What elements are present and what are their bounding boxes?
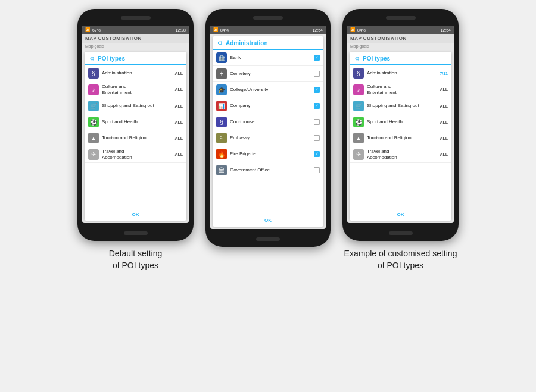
- list-item[interactable]: 🛒 Shopping and Eating out ALL: [85, 98, 186, 114]
- phone3-time: 12:54: [440, 28, 451, 32]
- list-item[interactable]: ✈ Travel andAccomodation ALL: [350, 146, 451, 163]
- phone2-gear-icon: ⚙: [217, 40, 223, 46]
- travel-icon: ✈: [88, 149, 99, 160]
- tourism-icon: ▲: [353, 133, 364, 143]
- courthouse-icon: §: [216, 117, 227, 127]
- fire-icon: 🔥: [216, 149, 227, 159]
- list-item-label: Travel andAccomodation: [367, 149, 438, 160]
- sport-icon: ⚽: [353, 117, 364, 127]
- phone2-list: 🏦 Bank ✓ ✝ Cemetery 🎓 College/University: [213, 50, 323, 214]
- phone3-dialog-list: § Administration 7/11 ♪ Culture andEnter…: [350, 65, 451, 208]
- list-item-label: Tourism and Religion: [367, 135, 438, 141]
- govt-checkbox[interactable]: [314, 167, 320, 173]
- travel-icon: ✈: [353, 149, 364, 160]
- list-item[interactable]: § Administration 7/11: [350, 65, 451, 81]
- list-item-label: Government Office: [230, 167, 312, 173]
- list-item[interactable]: ♪ Culture andEntertainment ALL: [85, 81, 186, 98]
- list-item[interactable]: ✈ Travel andAccomodation ALL: [85, 146, 186, 163]
- list-item[interactable]: ⚽ Sport and Health ALL: [85, 114, 186, 130]
- list-item-badge: ALL: [440, 136, 448, 140]
- phone1-status-left: 📶 67%: [85, 27, 101, 32]
- list-item-label: Fire Brigade: [230, 151, 312, 157]
- list-item[interactable]: ▲ Tourism and Religion ALL: [350, 130, 451, 146]
- list-item[interactable]: ▲ Tourism and Religion ALL: [85, 130, 186, 146]
- fire-checkbox[interactable]: ✓: [314, 151, 320, 157]
- bank-icon: 🏦: [216, 52, 227, 63]
- phone1-app-header: MAP CUSTOMISATION: [82, 34, 189, 43]
- phone2-signal-text: 84%: [220, 28, 229, 32]
- phone2-dialog-footer: OK: [213, 214, 323, 227]
- phone1-container: 📶 67% 12:28 MAP CUSTOMISATION Map goals …: [77, 9, 194, 271]
- caption-right: Example of customised setting of POI typ…: [344, 248, 457, 271]
- cemetery-icon: ✝: [216, 68, 227, 79]
- culture-icon: ♪: [88, 84, 99, 95]
- phone1-status-bar: 📶 67% 12:28: [82, 26, 189, 34]
- shopping-icon: 🛒: [88, 101, 99, 111]
- list-item[interactable]: § Courthouse: [213, 114, 323, 130]
- list-item-badge: ALL: [174, 71, 183, 76]
- list-item-label: Tourism and Religion: [102, 135, 173, 141]
- list-item[interactable]: 🏳 Embassy: [213, 130, 323, 146]
- admin-icon: §: [353, 68, 364, 79]
- phone3-app-header: MAP CUSTOMISATION: [347, 34, 454, 43]
- list-item[interactable]: 🛒 Shopping and Eating out ALL: [350, 98, 451, 114]
- courthouse-checkbox[interactable]: [314, 119, 320, 125]
- phone3-map-goals: Map goals: [347, 43, 454, 49]
- shopping-icon: 🛒: [353, 101, 364, 111]
- list-item-label: Sport and Health: [367, 119, 438, 125]
- list-item[interactable]: ♪ Culture andEntertainment ALL: [350, 81, 451, 98]
- list-item[interactable]: 🎓 College/University ✓: [213, 82, 323, 98]
- embassy-checkbox[interactable]: [314, 135, 320, 141]
- college-checkbox[interactable]: ✓: [314, 87, 320, 93]
- list-item[interactable]: § Administration ALL: [85, 65, 186, 81]
- admin-icon: §: [88, 68, 99, 79]
- phone3-ok-button[interactable]: OK: [391, 211, 410, 218]
- phone2: 📶 84% 12:54 ⚙ Administration 🏦: [205, 9, 331, 247]
- phone2-ok-button[interactable]: OK: [258, 217, 278, 224]
- phone3: 📶 84% 12:54 MAP CUSTOMISATION Map goals …: [342, 9, 459, 241]
- phone3-dialog-footer: OK: [350, 208, 451, 221]
- list-item[interactable]: 🔥 Fire Brigade ✓: [213, 146, 323, 162]
- list-item[interactable]: ✝ Cemetery: [213, 66, 323, 82]
- list-item-badge: 7/11: [440, 71, 448, 76]
- govt-icon: 🏛: [216, 165, 227, 175]
- phone2-container: 📶 84% 12:54 ⚙ Administration 🏦: [205, 9, 331, 247]
- phone3-dialog-title-row: ⚙ POI types: [350, 52, 451, 65]
- phone1-dialog-footer: OK: [85, 208, 186, 221]
- phone1-ok-button[interactable]: OK: [126, 211, 145, 218]
- phone2-status-left: 📶 84%: [213, 27, 229, 32]
- list-item-label: Cemetery: [230, 71, 312, 77]
- cemetery-checkbox[interactable]: [314, 71, 320, 77]
- phone1: 📶 67% 12:28 MAP CUSTOMISATION Map goals …: [77, 9, 194, 241]
- list-item-label: Company: [230, 103, 312, 109]
- college-icon: 🎓: [216, 84, 227, 95]
- culture-icon: ♪: [353, 84, 364, 95]
- phone2-sub-dialog: ⚙ Administration 🏦 Bank ✓ ✝ Cemetery: [213, 36, 323, 227]
- list-item-badge: ALL: [174, 104, 183, 108]
- embassy-icon: 🏳: [216, 133, 227, 143]
- phone1-time: 12:28: [175, 28, 186, 32]
- list-item[interactable]: ⚽ Sport and Health ALL: [350, 114, 451, 130]
- phones-row: 📶 67% 12:28 MAP CUSTOMISATION Map goals …: [77, 9, 459, 271]
- list-item[interactable]: 📊 Company ✓: [213, 98, 323, 114]
- phone2-title-row: ⚙ Administration: [213, 36, 323, 50]
- sport-icon: ⚽: [88, 117, 99, 127]
- phone3-status-left: 📶 84%: [350, 27, 366, 32]
- phone2-status-bar: 📶 84% 12:54: [210, 26, 326, 34]
- list-item-label: Culture andEntertainment: [102, 84, 173, 95]
- phone2-dialog-title: Administration: [226, 40, 268, 46]
- list-item-badge: ALL: [174, 152, 183, 156]
- phone3-container: 📶 84% 12:54 MAP CUSTOMISATION Map goals …: [342, 9, 459, 271]
- list-item-badge: ALL: [440, 87, 448, 92]
- company-checkbox[interactable]: ✓: [314, 103, 320, 109]
- list-item[interactable]: 🏛 Government Office: [213, 162, 323, 178]
- list-item-badge: ALL: [174, 120, 183, 124]
- phone3-screen: 📶 84% 12:54 MAP CUSTOMISATION Map goals …: [347, 26, 454, 223]
- phone1-signal-icon: 📶: [85, 27, 91, 32]
- list-item[interactable]: 🏦 Bank ✓: [213, 50, 323, 66]
- phone3-status-bar: 📶 84% 12:54: [347, 26, 454, 34]
- caption-left: Default setting of POI types: [109, 248, 163, 271]
- bank-checkbox[interactable]: ✓: [314, 55, 320, 61]
- phone2-screen: 📶 84% 12:54 ⚙ Administration 🏦: [210, 26, 326, 229]
- list-item-label: Travel andAccomodation: [102, 149, 173, 160]
